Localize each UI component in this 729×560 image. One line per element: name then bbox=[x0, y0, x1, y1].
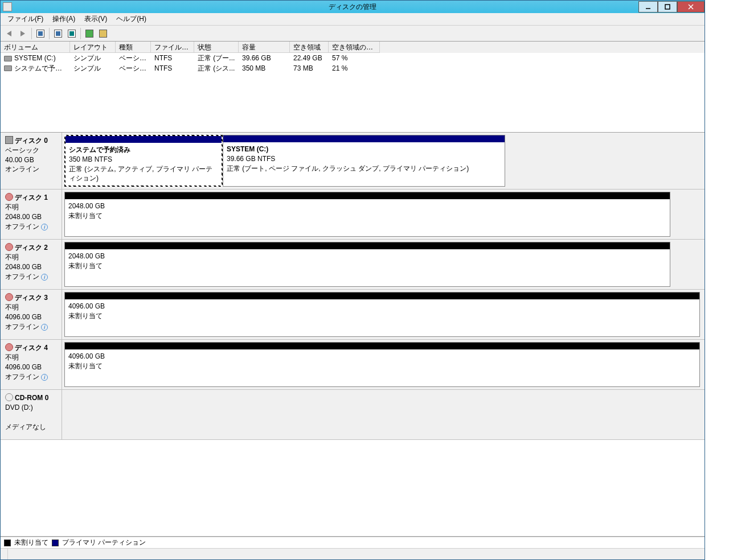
disk-row: ディスク 0ベーシック40.00 GBオンラインシステムで予約済み350 MB … bbox=[1, 133, 705, 190]
app-icon bbox=[3, 2, 12, 11]
partition-info: 4096.00 GB未割り当て bbox=[65, 299, 699, 336]
legend-unallocated-label: 未割り当て bbox=[14, 538, 48, 547]
menu-help[interactable]: ヘルプ(H) bbox=[112, 13, 151, 25]
disk-icon bbox=[5, 393, 13, 401]
info-icon[interactable]: i bbox=[41, 224, 48, 230]
disk-row: ディスク 1不明2048.00 GBオフライン i2048.00 GB未割り当て bbox=[1, 190, 705, 240]
volume-list-header: ボリューム レイアウト 種類 ファイル シス... 状態 容量 空き領域 空き領… bbox=[1, 42, 705, 53]
disk-management-window: ディスクの管理 ファイル(F) 操作(A) 表示(V) ヘルプ(H) ボリューム… bbox=[0, 0, 705, 560]
col-type[interactable]: 種類 bbox=[116, 42, 151, 53]
statusbar bbox=[1, 548, 705, 559]
disk-label-panel[interactable]: ディスク 2不明2048.00 GBオフライン i bbox=[1, 240, 62, 289]
disk-body: 2048.00 GB未割り当て bbox=[62, 240, 705, 289]
partition-info: SYSTEM (C:)39.66 GB NTFS正常 (ブート, ページ ファイ… bbox=[223, 142, 505, 186]
disk-body: システムで予約済み350 MB NTFS正常 (システム, アクティブ, プライ… bbox=[62, 133, 705, 189]
help-button[interactable] bbox=[52, 27, 64, 40]
disk-body: 4096.00 GB未割り当て bbox=[62, 340, 705, 389]
partition-stripe bbox=[223, 135, 505, 142]
partition[interactable]: 4096.00 GB未割り当て bbox=[64, 292, 700, 337]
disk-label-panel[interactable]: ディスク 4不明4096.00 GBオフライン i bbox=[1, 340, 62, 389]
partition-stripe bbox=[65, 192, 670, 199]
col-status[interactable]: 状態 bbox=[194, 42, 239, 53]
partition-stripe bbox=[65, 343, 699, 349]
disk-icon bbox=[5, 193, 13, 201]
partition[interactable]: システムで予約済み350 MB NTFS正常 (システム, アクティブ, プライ… bbox=[64, 135, 223, 187]
disk-label-panel[interactable]: ディスク 3不明4096.00 GBオフライン i bbox=[1, 290, 62, 339]
disk-row: ディスク 2不明2048.00 GBオフライン i2048.00 GB未割り当て bbox=[1, 240, 705, 290]
legend: 未割り当て プライマリ パーティション bbox=[1, 537, 705, 548]
svg-rect-1 bbox=[665, 5, 670, 9]
legend-primary-label: プライマリ パーティション bbox=[62, 538, 146, 547]
disk-icon bbox=[5, 293, 13, 301]
disk-row: ディスク 3不明4096.00 GBオフライン i4096.00 GB未割り当て bbox=[1, 290, 705, 340]
info-icon[interactable]: i bbox=[41, 274, 48, 281]
refresh-button[interactable] bbox=[83, 27, 96, 40]
close-button[interactable] bbox=[677, 1, 705, 13]
volume-icon bbox=[4, 65, 12, 71]
settings-button[interactable] bbox=[65, 27, 78, 40]
disk-label-panel[interactable]: ディスク 0ベーシック40.00 GBオンライン bbox=[1, 133, 62, 189]
partition-info: 2048.00 GB未割り当て bbox=[65, 199, 670, 236]
col-capacity[interactable]: 容量 bbox=[239, 42, 290, 53]
disk-body: 4096.00 GB未割り当て bbox=[62, 290, 705, 339]
volume-row[interactable]: SYSTEM (C:)シンプルベーシックNTFS正常 (ブー...39.66 G… bbox=[1, 53, 705, 63]
titlebar[interactable]: ディスクの管理 bbox=[1, 1, 705, 13]
menu-action[interactable]: 操作(A) bbox=[48, 13, 80, 25]
disk-label-panel[interactable]: CD-ROM 0DVD (D:)メディアなし bbox=[1, 390, 62, 439]
disk-icon bbox=[5, 343, 13, 351]
disk-label-panel[interactable]: ディスク 1不明2048.00 GBオフライン i bbox=[1, 190, 62, 239]
partition[interactable]: SYSTEM (C:)39.66 GB NTFS正常 (ブート, ページ ファイ… bbox=[223, 135, 505, 187]
menubar: ファイル(F) 操作(A) 表示(V) ヘルプ(H) bbox=[1, 13, 705, 26]
partition[interactable]: 2048.00 GB未割り当て bbox=[64, 242, 670, 287]
col-volume[interactable]: ボリューム bbox=[1, 42, 70, 53]
info-icon[interactable]: i bbox=[41, 324, 48, 331]
toolbar bbox=[1, 26, 705, 42]
volume-row[interactable]: システムで予約済みシンプルベーシックNTFS正常 (シス...350 MB73 … bbox=[1, 63, 705, 73]
disk-graphical-view[interactable]: ディスク 0ベーシック40.00 GBオンラインシステムで予約済み350 MB … bbox=[1, 133, 705, 537]
partition-stripe bbox=[65, 242, 670, 249]
volume-icon bbox=[4, 56, 12, 61]
partition-stripe bbox=[65, 136, 222, 143]
disk-body bbox=[62, 390, 705, 439]
info-icon[interactable]: i bbox=[41, 374, 48, 381]
disk-row: ディスク 4不明4096.00 GBオフライン i4096.00 GB未割り当て bbox=[1, 340, 705, 390]
disk-body: 2048.00 GB未割り当て bbox=[62, 190, 705, 239]
partition[interactable]: 4096.00 GB未割り当て bbox=[64, 342, 700, 387]
menu-file[interactable]: ファイル(F) bbox=[3, 13, 48, 25]
forward-button[interactable] bbox=[17, 27, 29, 40]
rescan-disks-button[interactable] bbox=[97, 27, 109, 40]
view-button[interactable] bbox=[34, 27, 47, 40]
partition-info: 2048.00 GB未割り当て bbox=[65, 249, 670, 286]
back-button[interactable] bbox=[3, 27, 15, 40]
col-free[interactable]: 空き領域 bbox=[290, 42, 329, 53]
partition-info: 4096.00 GB未割り当て bbox=[65, 349, 699, 386]
col-filesystem[interactable]: ファイル シス... bbox=[151, 42, 194, 53]
maximize-button[interactable] bbox=[658, 1, 677, 13]
col-freepct[interactable]: 空き領域の割... bbox=[329, 42, 380, 53]
partition[interactable]: 2048.00 GB未割り当て bbox=[64, 192, 670, 237]
legend-unallocated-swatch bbox=[4, 540, 11, 546]
partition-stripe bbox=[65, 293, 699, 299]
legend-primary-swatch bbox=[52, 540, 59, 546]
window-title: ディスクの管理 bbox=[329, 2, 376, 12]
partition-info: システムで予約済み350 MB NTFS正常 (システム, アクティブ, プライ… bbox=[65, 143, 222, 186]
disk-row: CD-ROM 0DVD (D:)メディアなし bbox=[1, 390, 705, 440]
menu-view[interactable]: 表示(V) bbox=[80, 13, 112, 25]
disk-icon bbox=[5, 243, 13, 251]
volume-list[interactable]: ボリューム レイアウト 種類 ファイル シス... 状態 容量 空き領域 空き領… bbox=[1, 42, 705, 133]
minimize-button[interactable] bbox=[638, 1, 658, 13]
disk-icon bbox=[5, 136, 13, 144]
col-layout[interactable]: レイアウト bbox=[70, 42, 116, 53]
